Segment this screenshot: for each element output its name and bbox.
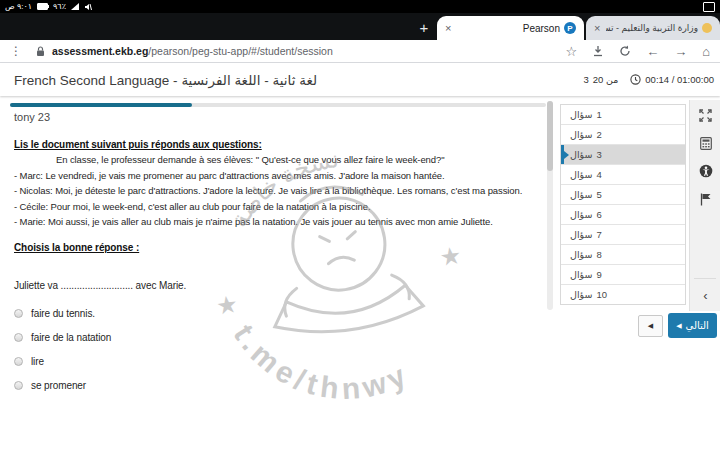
document-line: - Nicolas: Moi, je déteste le parc d'att… — [14, 185, 548, 196]
progress-bar — [10, 103, 546, 107]
close-tab-icon[interactable]: × — [445, 22, 451, 34]
refresh-icon[interactable] — [619, 45, 631, 57]
home-icon[interactable]: ⌂ — [702, 45, 710, 58]
question-counter-current: 3 — [583, 74, 588, 85]
mute-icon — [84, 3, 92, 11]
new-tab-button[interactable]: + — [414, 17, 434, 37]
question-list-item[interactable]: سؤال9 — [561, 265, 685, 285]
question-word: سؤال — [570, 269, 592, 280]
answer-option-label: lire — [31, 356, 44, 367]
radio-button-icon[interactable] — [14, 309, 23, 318]
back-icon[interactable]: ← — [646, 45, 659, 58]
question-prompt: Juliette va ........................... … — [14, 280, 548, 291]
answer-option[interactable]: lire — [14, 356, 548, 367]
flag-button[interactable] — [690, 189, 720, 209]
browser-menu-icon[interactable]: ⋮ — [10, 44, 22, 58]
radio-button-icon[interactable] — [14, 357, 23, 366]
question-list-item[interactable]: سؤال4 — [561, 165, 685, 185]
question-counter: 3 من 20 — [583, 74, 618, 85]
question-word: سؤال — [570, 129, 592, 140]
question-counter-total: من 20 — [593, 74, 619, 85]
choose-heading: Choisis la bonne réponse : — [14, 242, 548, 253]
question-word: سؤال — [570, 249, 592, 260]
question-number: 4 — [596, 169, 601, 180]
fullscreen-icon — [699, 109, 712, 122]
question-word: سؤال — [570, 169, 592, 180]
battery-percent: ٩٦٪ — [53, 2, 66, 11]
next-question-button[interactable]: ◀ التالي — [668, 313, 717, 338]
collapse-sidebar-button[interactable]: ‹ — [690, 283, 720, 307]
question-list-item[interactable]: سؤال5 — [561, 185, 685, 205]
answer-option[interactable]: faire de la natation — [14, 332, 548, 343]
url-path: /pearson/peg-stu-app/#/student/session — [148, 45, 332, 57]
question-navigator: سؤال1 سؤال2 سؤال3 سؤال4 سؤال5 سؤال6 سؤال… — [560, 104, 686, 305]
question-word: سؤال — [570, 209, 592, 220]
download-icon[interactable] — [592, 45, 604, 57]
progress-fill — [10, 103, 192, 107]
question-list-item[interactable]: سؤال8 — [561, 245, 685, 265]
question-list-item[interactable]: سؤال10 — [561, 285, 685, 304]
answer-option[interactable]: faire du tennis. — [14, 308, 548, 319]
document-line: - Marie: Moi aussi, je vais aller au clu… — [14, 216, 548, 227]
pearson-logo-icon: P — [564, 22, 576, 34]
question-number: 5 — [596, 189, 601, 200]
screenshot-icon — [703, 2, 715, 12]
accessibility-icon — [699, 164, 713, 178]
status-time: ٩:٠١ ص — [5, 2, 32, 11]
tab-pearson[interactable]: × Pearson P — [437, 16, 584, 40]
exam-title: French Second Language - لغة ثانية - الل… — [14, 72, 317, 88]
answer-option[interactable]: se promener — [14, 380, 548, 391]
fullscreen-button[interactable] — [690, 105, 720, 125]
scrollbar[interactable] — [547, 101, 553, 310]
question-list-item[interactable]: سؤال7 — [561, 225, 685, 245]
next-triangle-icon: ◀ — [676, 322, 681, 330]
question-number: 8 — [596, 249, 601, 260]
radio-button-icon[interactable] — [14, 381, 23, 390]
ministry-favicon-icon — [702, 23, 712, 33]
question-number: 3 — [596, 149, 601, 160]
calculator-button[interactable] — [690, 133, 720, 153]
question-list-item[interactable]: سؤال1 — [561, 105, 685, 125]
question-number: 1 — [596, 109, 601, 120]
previous-question-button[interactable]: ◀ — [638, 315, 663, 337]
scrollbar-thumb[interactable] — [547, 101, 553, 171]
tool-strip-divider — [694, 278, 716, 279]
question-word: سؤال — [570, 149, 592, 160]
tab-pearson-title: Pearson — [523, 23, 560, 34]
bookmark-star-icon[interactable]: ☆ — [565, 45, 577, 58]
document-line: - Marc: Le vendredi, je vais me promener… — [14, 170, 548, 181]
signal-icon — [71, 3, 79, 10]
browser-tab-strip: + × Pearson P × وزارة التربية والتعليم -… — [0, 13, 720, 40]
answer-option-label: se promener — [31, 380, 86, 391]
question-word: سؤال — [570, 289, 592, 300]
close-tab-icon[interactable]: × — [594, 22, 600, 34]
question-word: سؤال — [570, 229, 592, 240]
question-word: سؤال — [570, 109, 592, 120]
forward-icon[interactable]: → — [674, 45, 687, 58]
exam-header: French Second Language - لغة ثانية - الل… — [0, 63, 720, 96]
document-intro: En classe, le professeur demande à ses é… — [56, 154, 548, 165]
question-word: سؤال — [570, 189, 592, 200]
tab-ministry[interactable]: × وزارة التربية والتعليم - تسجيل اس... — [586, 16, 720, 40]
answer-options: faire du tennis. faire de la natation li… — [14, 308, 548, 391]
exam-timer: 00:14 / 01:00:00 — [630, 74, 714, 85]
question-list-item[interactable]: سؤال2 — [561, 125, 685, 145]
question-list-item[interactable]: سؤال6 — [561, 205, 685, 225]
next-button-label: التالي — [686, 320, 709, 331]
question-number: 6 — [596, 209, 601, 220]
flag-icon — [700, 193, 712, 206]
accessibility-button[interactable] — [690, 161, 720, 181]
url-domain: assessment.ekb.eg — [52, 45, 148, 57]
radio-button-icon[interactable] — [14, 333, 23, 342]
student-name: tony 23 — [14, 111, 50, 123]
calculator-icon — [700, 137, 712, 150]
timer-value: 00:14 / 01:00:00 — [645, 74, 714, 85]
clock-icon — [630, 74, 641, 85]
tool-strip: ‹ — [689, 100, 720, 311]
question-list-item[interactable]: سؤال3 — [561, 145, 685, 165]
url-text[interactable]: assessment.ekb.eg/pearson/peg-stu-app/#/… — [52, 45, 333, 57]
battery-icon — [37, 3, 48, 10]
answer-option-label: faire de la natation — [31, 332, 111, 343]
question-number: 2 — [596, 129, 601, 140]
lock-icon — [36, 46, 45, 57]
